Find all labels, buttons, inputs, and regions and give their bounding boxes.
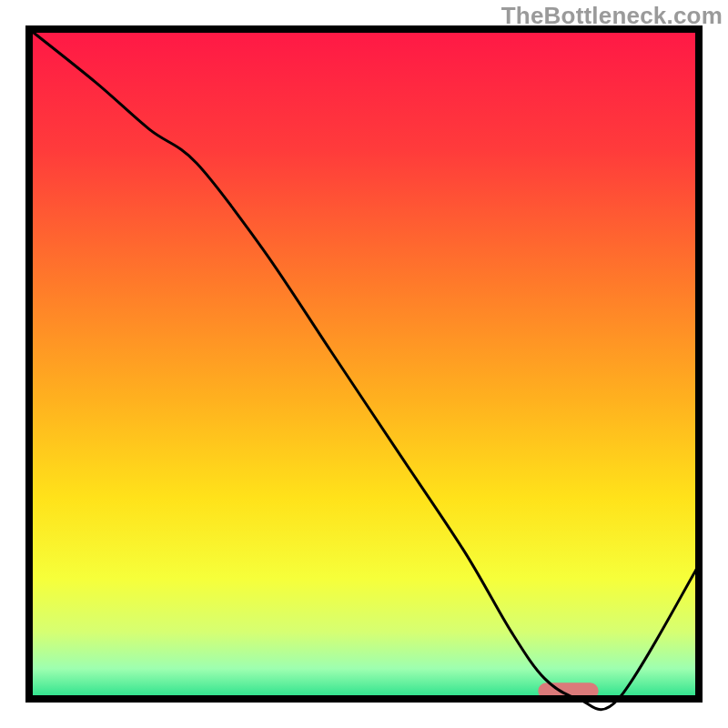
gradient-background xyxy=(29,29,699,699)
watermark-text: TheBottleneck.com xyxy=(501,2,723,30)
chart-svg xyxy=(0,0,728,728)
chart-frame: TheBottleneck.com xyxy=(0,0,728,728)
